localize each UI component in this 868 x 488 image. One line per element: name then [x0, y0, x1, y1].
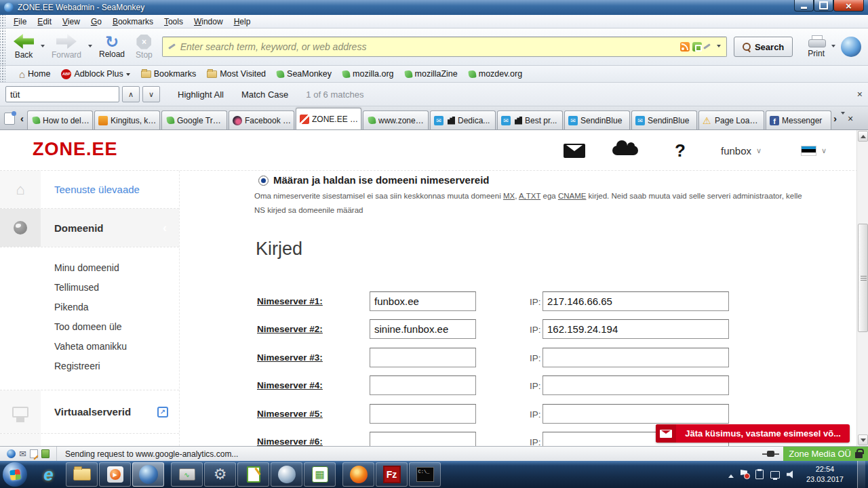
- cloud-button[interactable]: [612, 130, 638, 171]
- back-history-dropdown[interactable]: [41, 45, 45, 49]
- composer-icon[interactable]: [30, 449, 38, 458]
- clipboard-icon[interactable]: [755, 470, 764, 479]
- taskbar-settings[interactable]: [204, 462, 236, 487]
- menu-go[interactable]: Go: [85, 16, 107, 28]
- cname-link[interactable]: CNAME: [558, 192, 587, 200]
- scroll-down-icon[interactable]: [858, 434, 868, 445]
- nameserver-6-input[interactable]: [370, 432, 476, 446]
- a-txt-link[interactable]: A,TXT: [519, 192, 540, 200]
- zone-logo[interactable]: ZONE.EE: [33, 138, 118, 161]
- url-search-input[interactable]: [180, 41, 677, 52]
- taskbar-calc[interactable]: [304, 462, 336, 487]
- tab-messenger[interactable]: Messenger: [766, 110, 831, 129]
- tab-facebook[interactable]: Facebook C...: [229, 110, 294, 129]
- close-window-button[interactable]: [833, 0, 864, 12]
- taskbar-clock[interactable]: 22:54 23.03.2017: [802, 464, 848, 485]
- find-previous-button[interactable]: [122, 86, 140, 102]
- bookmark-bookmarks[interactable]: Bookmarks: [141, 69, 197, 79]
- page-scrollbar[interactable]: [856, 130, 868, 446]
- ip-5-input[interactable]: [542, 404, 729, 424]
- network-icon[interactable]: [770, 471, 780, 479]
- reload-button[interactable]: Reload: [94, 33, 130, 60]
- menu-tools[interactable]: Tools: [159, 16, 189, 28]
- urlbar-dropdown-arrow[interactable]: [717, 45, 721, 49]
- forward-button[interactable]: Forward: [46, 33, 87, 61]
- tray-expand-icon[interactable]: [728, 472, 734, 478]
- toolbar-grippy[interactable]: [0, 15, 5, 28]
- bookmark-mozdev[interactable]: mozdev.org: [469, 69, 522, 79]
- tab-sendinblue-2[interactable]: SendinBlue: [631, 110, 697, 129]
- rss-icon[interactable]: [680, 42, 690, 52]
- scroll-tabs-right-icon[interactable]: [833, 113, 837, 124]
- toolbar-grippy[interactable]: [0, 66, 5, 82]
- menu-bookmarks[interactable]: Bookmarks: [107, 16, 159, 28]
- taskbar-filezilla[interactable]: [376, 462, 408, 487]
- new-tab-icon[interactable]: [4, 113, 15, 125]
- tab-google-translate[interactable]: Google Tran...: [161, 110, 227, 129]
- taskbar-notepad[interactable]: [237, 462, 269, 487]
- match-case-checkbox[interactable]: Match Case: [241, 89, 288, 100]
- language-menu[interactable]: [801, 130, 827, 171]
- sidebar-overview-label[interactable]: Teenuste ülevaade: [41, 171, 179, 208]
- site-security-badge[interactable]: Zone Media OÜ: [783, 447, 868, 462]
- show-desktop-button[interactable]: [857, 461, 865, 488]
- menu-help[interactable]: Help: [229, 16, 256, 28]
- highlight-all-button[interactable]: Highlight All: [178, 89, 224, 100]
- find-input[interactable]: [5, 86, 119, 102]
- nameserver-5-input[interactable]: [370, 404, 476, 424]
- find-next-button[interactable]: [142, 86, 160, 102]
- taskbar-sphere-app[interactable]: [271, 462, 302, 487]
- chat-notification[interactable]: Jäta küsimus, vastame esimesel võ...: [656, 424, 850, 443]
- menu-view[interactable]: View: [57, 16, 85, 28]
- toolbar-grippy[interactable]: [0, 28, 5, 65]
- find-close-icon[interactable]: [857, 89, 863, 100]
- search-button[interactable]: Search: [734, 37, 793, 57]
- nameserver-4-input[interactable]: [370, 375, 476, 395]
- maximize-button[interactable]: [814, 0, 833, 12]
- forward-history-dropdown[interactable]: [88, 45, 92, 49]
- sidebar-item-my-domains[interactable]: Minu domeenid: [54, 262, 179, 273]
- mx-link[interactable]: MX: [503, 192, 515, 200]
- sidebar-item-domains[interactable]: Domeenid: [0, 209, 179, 247]
- sidebar-item-overview[interactable]: Teenuste ülevaade: [0, 171, 179, 209]
- sidebar-domains-label[interactable]: Domeenid: [41, 209, 179, 247]
- nameserver-1-input[interactable]: [370, 291, 476, 311]
- tab-dedicated[interactable]: Dedica...: [430, 110, 496, 129]
- tab-kingitus[interactable]: Kingitus, kin...: [94, 110, 160, 129]
- speaker-icon[interactable]: [787, 470, 795, 479]
- address-book-icon[interactable]: [41, 449, 50, 458]
- taskbar-resource-monitor[interactable]: [171, 462, 203, 487]
- tab-how-to-delete[interactable]: How to dele...: [27, 110, 93, 129]
- taskbar-firefox[interactable]: [342, 462, 374, 487]
- ip-2-input[interactable]: [542, 319, 729, 339]
- taskbar-media-player[interactable]: [99, 462, 131, 487]
- tab-zone-webadmin-active[interactable]: ZONE.EE We...: [296, 108, 361, 129]
- close-tab-icon[interactable]: [848, 113, 853, 124]
- bookmark-seamonkey[interactable]: SeaMonkey: [277, 69, 332, 79]
- tab-best-practices[interactable]: Best pr...: [497, 110, 563, 129]
- nameserver-2-input[interactable]: [370, 319, 476, 339]
- bookmark-most-visited[interactable]: Most Visited: [207, 69, 266, 79]
- ip-4-input[interactable]: [542, 375, 729, 395]
- print-button[interactable]: Print: [802, 34, 830, 60]
- help-button[interactable]: ?: [675, 130, 686, 171]
- taskbar-internet-explorer[interactable]: [33, 462, 64, 487]
- print-dropdown-arrow[interactable]: [831, 45, 835, 49]
- scroll-up-icon[interactable]: [858, 131, 868, 142]
- tab-sendinblue-1[interactable]: SendinBlue: [564, 110, 630, 129]
- bookmark-home[interactable]: Home: [19, 68, 50, 80]
- start-button[interactable]: [3, 462, 27, 487]
- stop-button[interactable]: Stop: [130, 33, 158, 61]
- tab-list-dropdown-icon[interactable]: [841, 112, 845, 117]
- tab-zone-ee[interactable]: www.zone.ee: [363, 110, 429, 129]
- bookmark-mozillazine[interactable]: mozillaZine: [405, 69, 458, 79]
- taskbar-explorer[interactable]: [66, 462, 98, 487]
- minimize-button[interactable]: [794, 0, 814, 12]
- radio-own-nameservers[interactable]: [258, 176, 269, 186]
- scrollbar-thumb[interactable]: [858, 224, 868, 332]
- menu-edit[interactable]: Edit: [32, 16, 57, 28]
- tab-page-load-error[interactable]: Page Load E...: [698, 110, 764, 129]
- action-center-flag-icon[interactable]: [741, 470, 749, 479]
- ip-3-input[interactable]: [542, 348, 729, 367]
- mail-icon[interactable]: [19, 449, 26, 459]
